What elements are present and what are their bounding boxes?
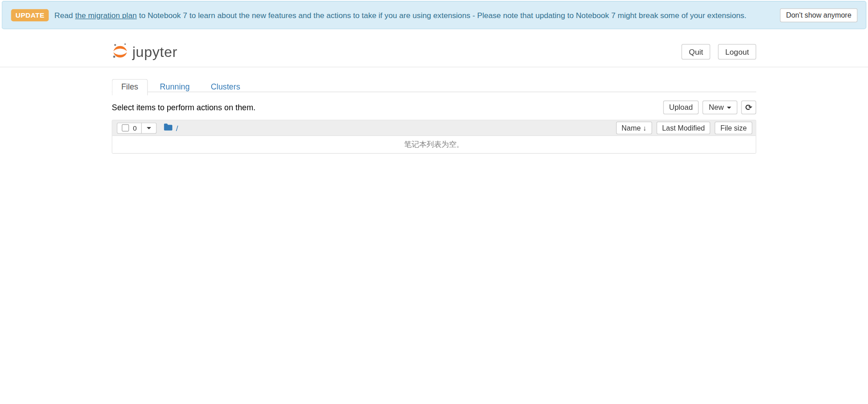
main-content: Files Running Clusters Select items to p… xyxy=(112,79,756,154)
banner-text-pre: Read xyxy=(54,10,73,19)
refresh-icon: ⟳ xyxy=(745,103,752,112)
jupyter-file-browser-page: UPDATE Readthe migration planto Notebook… xyxy=(0,1,868,404)
page-header: jupyter Quit Logout xyxy=(0,29,868,67)
empty-list-row: 笔记本列表为空。 xyxy=(113,136,756,153)
banner-message: Readthe migration planto Notebook 7 to l… xyxy=(54,10,746,19)
breadcrumb[interactable]: / xyxy=(163,123,178,133)
tab-clusters[interactable]: Clusters xyxy=(202,80,249,96)
new-button-label: New xyxy=(709,103,724,112)
chevron-down-icon xyxy=(727,106,731,108)
tab-files[interactable]: Files xyxy=(112,79,147,96)
migration-plan-link[interactable]: the migration plan xyxy=(75,10,137,19)
tab-bar: Files Running Clusters xyxy=(112,79,756,96)
chevron-down-icon xyxy=(146,127,151,129)
quit-button[interactable]: Quit xyxy=(682,44,710,60)
dismiss-banner-button[interactable]: Don't show anymore xyxy=(780,8,858,22)
update-badge: UPDATE xyxy=(11,9,49,21)
banner-text-post: to Notebook 7 to learn about the new fea… xyxy=(139,10,746,19)
sort-descending-icon: ↓ xyxy=(643,124,646,132)
upload-button[interactable]: Upload xyxy=(663,100,698,114)
update-banner: UPDATE Readthe migration planto Notebook… xyxy=(2,1,867,29)
select-items-hint: Select items to perform actions on them. xyxy=(112,103,255,112)
logout-button[interactable]: Logout xyxy=(718,44,756,60)
select-all-checkbox[interactable] xyxy=(122,124,129,132)
select-filter-dropdown-button[interactable] xyxy=(141,122,156,133)
sort-by-last-modified-button[interactable]: Last Modified xyxy=(656,122,710,134)
tab-running[interactable]: Running xyxy=(151,80,198,96)
breadcrumb-root-link[interactable]: / xyxy=(176,123,178,132)
sort-name-label: Name xyxy=(622,124,641,132)
jupyter-logo[interactable]: jupyter xyxy=(112,42,177,61)
select-all-button-group: 0 xyxy=(117,122,156,133)
empty-list-message: 笔记本列表为空。 xyxy=(404,140,464,150)
files-toolbar: Select items to perform actions on them.… xyxy=(112,100,756,114)
select-all-button[interactable]: 0 xyxy=(117,122,142,133)
jupyter-planet-icon xyxy=(112,42,128,61)
notebook-list: 0 / Name ↓ xyxy=(112,120,756,154)
notebook-list-header: 0 / Name ↓ xyxy=(113,120,756,136)
logo-wordmark: jupyter xyxy=(132,43,178,61)
sort-by-name-button[interactable]: Name ↓ xyxy=(616,122,652,134)
selected-count: 0 xyxy=(133,124,137,132)
new-dropdown-button[interactable]: New xyxy=(703,100,737,114)
refresh-button[interactable]: ⟳ xyxy=(741,100,756,114)
sort-by-file-size-button[interactable]: File size xyxy=(715,122,752,134)
folder-icon xyxy=(163,123,173,133)
